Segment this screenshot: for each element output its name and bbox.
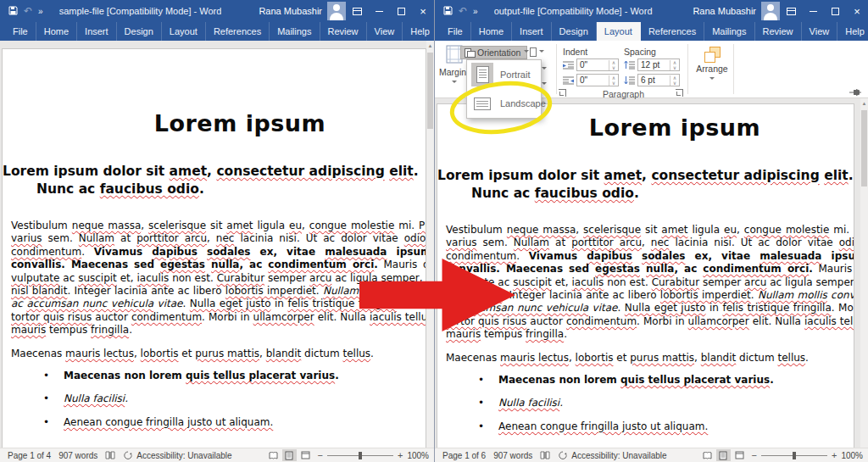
maximize-button[interactable]	[390, 0, 412, 22]
tab-design[interactable]: Design	[117, 22, 162, 41]
zoom-slider[interactable]	[761, 455, 827, 456]
web-layout-button[interactable]	[732, 449, 747, 461]
tab-references[interactable]: References	[641, 22, 704, 41]
indent-left-spinner[interactable]: ∧∨	[609, 60, 618, 70]
scroll-up-arrow[interactable]: ▲	[860, 100, 868, 107]
ribbon-display-options-button[interactable]	[780, 0, 802, 22]
web-layout-button[interactable]	[298, 449, 313, 461]
tab-help[interactable]: Help	[837, 22, 868, 41]
arrange-button[interactable]: Arrange	[693, 45, 731, 92]
zoom-in-button[interactable]: +	[398, 450, 403, 460]
save-icon[interactable]	[8, 6, 18, 17]
window-title: output-file [Compatibility Mode] - Word	[494, 6, 653, 16]
user-avatar[interactable]	[327, 2, 346, 20]
qat-customize-icon[interactable]: »	[473, 7, 477, 16]
paragraph-dialog-launcher[interactable]	[676, 89, 683, 97]
accessibility-status[interactable]: Accessibility: Unavailable	[571, 451, 666, 460]
orientation-option-landscape[interactable]: Landscape	[467, 89, 541, 118]
tab-view[interactable]: View	[802, 22, 838, 41]
qat-customize-icon[interactable]: »	[38, 7, 42, 16]
zoom-out-button[interactable]: −	[752, 450, 757, 460]
breaks-button[interactable]	[541, 64, 548, 74]
vertical-scrollbar[interactable]: ▲	[860, 98, 868, 448]
user-avatar[interactable]	[761, 2, 780, 20]
pin-ribbon-icon[interactable]	[849, 88, 861, 97]
print-layout-button[interactable]	[282, 449, 297, 461]
spacing-after-field[interactable]: ∧∨	[637, 74, 680, 86]
accessibility-icon[interactable]	[558, 451, 568, 460]
orientation-button[interactable]: Orientation	[460, 46, 527, 59]
indent-right-spinner[interactable]: ∧∨	[609, 75, 618, 86]
indent-right-input[interactable]	[577, 75, 609, 85]
signed-in-user[interactable]: Rana Mubashir	[259, 6, 322, 16]
document-page[interactable]: Lorem ipsum Lorem ipsum dolor sit amet, …	[2, 48, 426, 448]
tab-file[interactable]: File	[440, 22, 471, 41]
close-button[interactable]: ×	[412, 0, 434, 22]
text-run: elit	[824, 168, 849, 183]
ribbon-display-options-button[interactable]	[346, 0, 368, 22]
minimize-button[interactable]	[368, 0, 390, 22]
tab-insert[interactable]: Insert	[77, 22, 117, 41]
page-indicator[interactable]: Page 1 of 6	[442, 451, 486, 460]
spacing-before-input[interactable]	[638, 60, 670, 70]
proofing-icon[interactable]	[105, 451, 115, 460]
spacing-before-spinner[interactable]: ∧∨	[670, 60, 679, 70]
scrollbar-thumb[interactable]	[861, 110, 867, 186]
tab-mailings[interactable]: Mailings	[270, 22, 320, 41]
text-run: ac ligula semper,	[766, 276, 854, 288]
orientation-option-portrait[interactable]: Portrait	[467, 60, 541, 89]
close-button[interactable]: ×	[846, 0, 868, 22]
tab-design[interactable]: Design	[552, 22, 597, 41]
size-button[interactable]	[530, 46, 548, 58]
undo-icon[interactable]: ↶	[24, 5, 32, 17]
signed-in-user[interactable]: Rana Mubashir	[693, 6, 756, 16]
word-count[interactable]: 907 words	[58, 451, 97, 460]
read-mode-button[interactable]	[266, 449, 281, 461]
tab-review[interactable]: Review	[755, 22, 802, 41]
zoom-slider-thumb[interactable]	[359, 452, 362, 459]
accessibility-status[interactable]: Accessibility: Unavailable	[136, 451, 231, 460]
proofing-icon[interactable]	[540, 451, 550, 460]
tab-review[interactable]: Review	[320, 22, 367, 41]
tab-home[interactable]: Home	[36, 22, 77, 41]
word-count[interactable]: 907 words	[493, 451, 532, 460]
tab-mailings[interactable]: Mailings	[704, 22, 754, 41]
tab-file[interactable]: File	[5, 22, 36, 41]
tab-layout[interactable]: Layout	[162, 22, 206, 41]
tab-home[interactable]: Home	[471, 22, 512, 41]
spacing-before-field[interactable]: ∧∨	[637, 58, 680, 71]
save-icon[interactable]	[443, 6, 453, 17]
spacing-after-input[interactable]	[638, 75, 670, 85]
zoom-out-button[interactable]: −	[318, 450, 323, 460]
text-run: tellus	[342, 348, 370, 359]
undo-icon[interactable]: ↶	[459, 5, 467, 17]
scroll-up-arrow[interactable]: ▲	[426, 42, 434, 49]
tab-help[interactable]: Help	[403, 22, 434, 41]
scrollbar-thumb[interactable]	[427, 53, 433, 129]
read-mode-button[interactable]	[700, 449, 715, 461]
text-run: vulputate	[11, 272, 59, 284]
zoom-slider-thumb[interactable]	[793, 452, 796, 459]
indent-right-field[interactable]: ∧∨	[576, 74, 619, 86]
spacing-after-spinner[interactable]: ∧∨	[670, 75, 679, 86]
hyphenation-button[interactable]	[541, 79, 548, 89]
vertical-scrollbar[interactable]: ▲	[426, 41, 434, 448]
accessibility-icon[interactable]	[123, 451, 133, 460]
indent-left-input[interactable]	[577, 60, 609, 70]
tab-view[interactable]: View	[367, 22, 403, 41]
zoom-slider[interactable]	[327, 455, 393, 456]
page-indicator[interactable]: Page 1 of 4	[8, 451, 51, 460]
tab-insert[interactable]: Insert	[512, 22, 552, 41]
zoom-percentage[interactable]: 100%	[841, 451, 863, 460]
text-run: elit. Nulla	[749, 315, 804, 327]
text-run: lobortis	[141, 348, 179, 359]
indent-left-field[interactable]: ∧∨	[576, 58, 619, 71]
minimize-button[interactable]	[802, 0, 824, 22]
zoom-percentage[interactable]: 100%	[407, 451, 429, 460]
print-layout-button[interactable]	[716, 449, 731, 461]
document-page[interactable]: Lorem ipsum Lorem ipsum dolor sit amet, …	[437, 103, 854, 448]
tab-references[interactable]: References	[206, 22, 270, 41]
zoom-in-button[interactable]: +	[832, 450, 837, 460]
tab-layout[interactable]: Layout	[597, 22, 641, 41]
maximize-button[interactable]	[824, 0, 846, 22]
